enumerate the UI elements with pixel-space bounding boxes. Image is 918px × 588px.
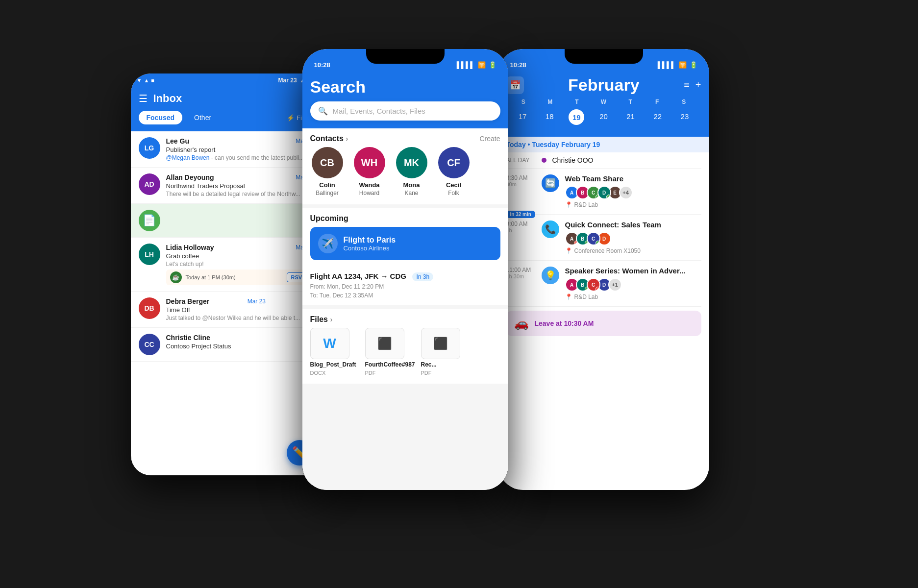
event-chip-icon: ☕ bbox=[170, 271, 182, 283]
all-day-event[interactable]: Christie OOO bbox=[552, 156, 594, 164]
email-list: LG Lee Gu Mar 23 Publisher's report @Meg… bbox=[131, 131, 322, 362]
today-label: Today • Tuesday February 19 bbox=[498, 137, 709, 152]
notch-center bbox=[366, 49, 445, 64]
inbox-status-time: Mar 23 bbox=[278, 77, 297, 84]
share-icon: 🔄 bbox=[545, 178, 556, 189]
event-time-speaker: 11:00 AM 1h 30m bbox=[506, 267, 536, 300]
flight-route-row: Flight AA 1234, JFK → CDG In 3h bbox=[310, 272, 500, 281]
email-sender: Lee Gu bbox=[166, 137, 189, 145]
contact-mona[interactable]: MK Mona Kane bbox=[395, 147, 429, 196]
file-icon-pdf2: ⬛ bbox=[421, 328, 460, 359]
flight-details[interactable]: Flight AA 1234, JFK → CDG In 3h From: Mo… bbox=[302, 266, 508, 305]
file-name-blog: Blog_Post_Draft bbox=[310, 361, 356, 368]
android-status-bar: ▼▲■ Mar 23 ▲ 🔋 bbox=[131, 74, 322, 87]
flight-icon: ✈️ bbox=[318, 234, 338, 253]
cal-month-title: February bbox=[568, 75, 640, 95]
contact-name-cecil: Cecil bbox=[446, 181, 461, 189]
cal-week-row: 17 18 19 20 21 22 23 bbox=[506, 107, 701, 129]
event-chip-lidia: ☕ Today at 1 PM (30m) RSVP bbox=[166, 270, 314, 285]
pdf-icon-2: ⬛ bbox=[433, 337, 448, 350]
contacts-section-header: Contacts › Create bbox=[302, 128, 508, 147]
search-body: Contacts › Create CB Colin Ballinger WH bbox=[302, 128, 508, 490]
day-header-f: F bbox=[644, 98, 670, 105]
add-event-icon[interactable]: + bbox=[695, 79, 701, 91]
email-preview-lidia: Let's catch up! bbox=[166, 261, 314, 268]
web-team-content: Web Team Share A B C D E +4 bbox=[565, 174, 701, 208]
android-status-left: ▼▲■ bbox=[137, 77, 154, 83]
tab-focused[interactable]: Focused bbox=[139, 111, 183, 124]
cal-day-17[interactable]: 17 bbox=[510, 109, 535, 125]
contact-wanda[interactable]: WH Wanda Howard bbox=[352, 147, 387, 196]
event-web-team[interactable]: 8:30 AM 30m 🔄 Web Team Share A B C bbox=[506, 169, 701, 215]
contact-colin[interactable]: CB Colin Ballinger bbox=[310, 147, 345, 196]
location-icon-2: 📍 bbox=[565, 247, 572, 254]
lightning-icon: ⚡ bbox=[287, 114, 295, 122]
cal-day-18[interactable]: 18 bbox=[537, 109, 562, 125]
email-item-debra[interactable]: DB Debra Berger Mar 23 🚩 Time Off Just t… bbox=[131, 292, 322, 328]
inbox-header: ☰ Inbox Focused Other ⚡ Filters bbox=[131, 87, 322, 131]
email-preview: @Megan Bowen - can you send me the lates… bbox=[166, 154, 314, 161]
tab-other[interactable]: Other bbox=[186, 111, 219, 124]
search-bar[interactable]: 🔍 Mail, Events, Contacts, Files bbox=[310, 101, 500, 121]
speaker-location: 📍 R&D Lab bbox=[565, 294, 701, 300]
cal-day-20[interactable]: 20 bbox=[591, 109, 616, 125]
cal-day-22[interactable]: 22 bbox=[645, 109, 670, 125]
leave-reminder[interactable]: 🚗 Leave at 10:30 AM bbox=[506, 311, 701, 336]
flight-card[interactable]: ✈️ Flight to Paris Contoso Airlines bbox=[310, 227, 500, 260]
email-item-lidia[interactable]: LH Lidia Holloway Mar 23 Grab coffee Let… bbox=[131, 238, 322, 292]
web-team-title: Web Team Share bbox=[565, 174, 701, 183]
attendee-4: D bbox=[597, 186, 611, 199]
contact-lastname-wanda: Howard bbox=[359, 190, 379, 196]
list-view-icon[interactable]: ≡ bbox=[684, 79, 690, 91]
event-speaker[interactable]: 11:00 AM 1h 30m 💡 Speaker Series: Women … bbox=[506, 261, 701, 307]
contacts-section-title: Contacts › bbox=[310, 134, 348, 143]
phone-inbox: ▼▲■ Mar 23 ▲ 🔋 ☰ Inbox Focused Other ⚡ F… bbox=[131, 74, 322, 475]
email-content-debra: Debra Berger Mar 23 🚩 Time Off Just talk… bbox=[166, 297, 314, 321]
email-sender-lidia: Lidia Holloway bbox=[166, 244, 214, 251]
quick-connect-avatars: ✕A B C D bbox=[565, 232, 701, 245]
menu-icon[interactable]: ☰ bbox=[139, 93, 148, 104]
avatar-debra: DB bbox=[139, 297, 160, 319]
center-status-icons: ▌▌▌▌ 🛜 🔋 bbox=[457, 61, 496, 69]
battery-icon-center: 🔋 bbox=[489, 61, 496, 69]
word-icon: W bbox=[323, 336, 336, 351]
upcoming-section-header: Upcoming bbox=[302, 208, 508, 227]
email-item-allan[interactable]: AD Allan Deyoung Mar 23 Northwind Trader… bbox=[131, 168, 322, 204]
cal-icons-right: ≡ + bbox=[684, 79, 701, 91]
email-content-lee-gu: Lee Gu Mar 23 Publisher's report @Megan … bbox=[166, 137, 314, 161]
files-row: W Blog_Post_Draft DOCX ⬛ FourthCoffee#98… bbox=[302, 328, 508, 384]
email-sender-allan: Allan Deyoung bbox=[166, 173, 214, 181]
email-subject-lidia: Grab coffee bbox=[166, 252, 314, 260]
event-time-web: 8:30 AM 30m bbox=[506, 174, 536, 208]
file-fourth-coffee[interactable]: ⬛ FourthCoffee#987 PDF bbox=[365, 328, 415, 376]
flight-to: To: Tue, Dec 12 3:35AM bbox=[310, 292, 500, 299]
search-input[interactable]: Mail, Events, Contacts, Files bbox=[333, 107, 425, 115]
search-header: Search 🔍 Mail, Events, Contacts, Files bbox=[302, 71, 508, 128]
create-action[interactable]: Create bbox=[479, 135, 500, 143]
email-preview-debra: Just talked to @Nestor Wilke and he will… bbox=[166, 315, 314, 321]
day-header-t2: T bbox=[617, 98, 644, 105]
email-item-christie[interactable]: CC Christie Cline Contoso Project Status bbox=[131, 328, 322, 362]
calendar-icon[interactable]: 📅 bbox=[506, 76, 524, 94]
contact-cecil[interactable]: CF Cecil Folk bbox=[437, 147, 471, 196]
email-content-highlighted bbox=[166, 210, 314, 231]
phone-search: 10:28 ▌▌▌▌ 🛜 🔋 Search 🔍 Mail, Events, Co… bbox=[302, 49, 508, 490]
avatar-file-icon: 📄 bbox=[139, 210, 160, 231]
email-item-lee-gu[interactable]: LG Lee Gu Mar 23 Publisher's report @Meg… bbox=[131, 131, 322, 168]
day-header-m: M bbox=[537, 98, 564, 105]
cal-day-23[interactable]: 23 bbox=[672, 109, 697, 125]
speaker-plus-1: +1 bbox=[608, 278, 622, 292]
event-quick-connect[interactable]: 9:00 AM 1h 📞 Quick Connect: Sales Team ✕… bbox=[506, 215, 701, 261]
email-item-highlighted[interactable]: 📄 AV Adele Vance Marketing Strategy I ha… bbox=[131, 204, 322, 238]
flight-title: Flight to Paris bbox=[344, 236, 396, 245]
day-header-t1: T bbox=[564, 98, 591, 105]
contacts-row: CB Colin Ballinger WH Wanda Howard MK bbox=[302, 147, 508, 204]
cal-day-19-today[interactable]: 19 bbox=[569, 109, 584, 125]
file-rec[interactable]: ⬛ Rec... PDF bbox=[421, 328, 470, 376]
file-ext-rec: PDF bbox=[421, 370, 432, 376]
file-icon-word: W bbox=[310, 328, 349, 359]
file-blog-post[interactable]: W Blog_Post_Draft DOCX bbox=[310, 328, 359, 376]
attendees-plus-4: +4 bbox=[619, 186, 633, 199]
cal-day-21[interactable]: 21 bbox=[618, 109, 643, 125]
speaker-icon: 💡 bbox=[542, 267, 559, 284]
